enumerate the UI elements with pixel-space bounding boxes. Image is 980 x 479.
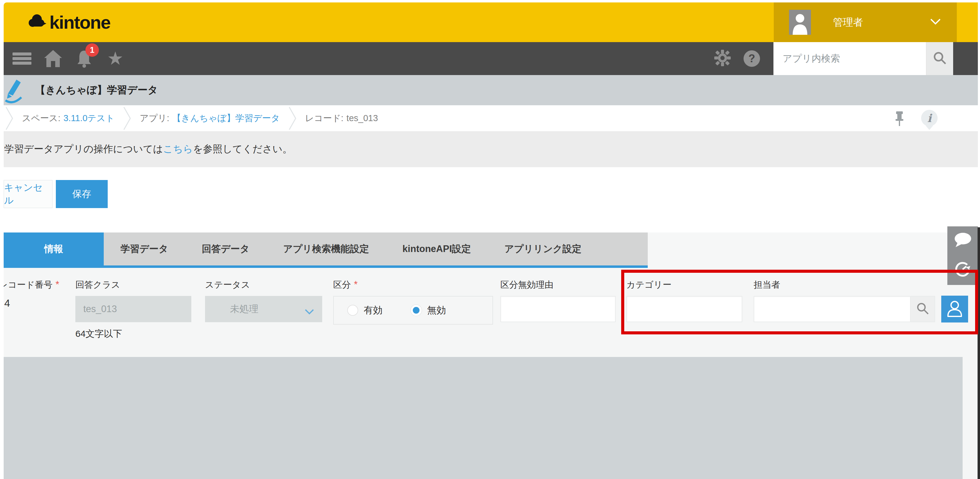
notice-bar: 学習データアプリの操作についてはこちらを参照してください。 [4, 131, 978, 167]
tab-info[interactable]: 情報 [4, 232, 104, 266]
global-nav-bar: 1 ★ ? [4, 42, 978, 75]
flag-reason-label: 区分無効理由 [500, 279, 554, 291]
save-button[interactable]: 保存 [56, 180, 108, 208]
status-label: ステータス [205, 279, 250, 291]
status-select: 未処理 [205, 296, 322, 322]
refresh-icon[interactable] [954, 261, 972, 280]
user-name: 管理者 [833, 16, 863, 29]
radio-circle-icon [347, 305, 358, 316]
assignee-input[interactable] [754, 296, 910, 322]
favorites-star-icon[interactable]: ★ [105, 49, 125, 68]
floating-side-panel [947, 226, 978, 285]
record-number-label: レコード番号* [4, 279, 59, 291]
hamburger-menu-icon[interactable] [12, 49, 32, 68]
app-title: 【きんちゃぼ】学習データ [35, 83, 158, 97]
answer-class-label: 回答クラス [75, 279, 120, 291]
nav-right-cluster: ? [714, 42, 953, 75]
assignee-search-button[interactable] [910, 296, 935, 322]
tab-app-search-settings[interactable]: アプリ検索機能設定 [266, 243, 386, 255]
breadcrumb-record-value: tes_013 [347, 113, 378, 123]
kintone-record-edit-screen: { "brand": { "logo_text": "kintone" }, "… [0, 0, 980, 479]
tab-strip: 学習データ 回答データ アプリ検索機能設定 kintoneAPI設定 アプリリン… [104, 232, 648, 266]
search-icon [932, 51, 947, 67]
breadcrumb-app-link[interactable]: 【きんちゃぼ】学習データ [172, 112, 280, 124]
notifications-bell-icon[interactable]: 1 [75, 49, 94, 68]
search-icon [916, 302, 929, 317]
tab-answer-data[interactable]: 回答データ [185, 243, 266, 255]
window-scrollbar-edge[interactable] [978, 227, 980, 479]
breadcrumb-chevron-icon [5, 106, 13, 130]
app-search-input[interactable] [773, 42, 926, 75]
radio-invalid-selected[interactable]: 無効 [410, 304, 446, 317]
nav-left-icons: 1 ★ [12, 42, 137, 75]
notice-text-after: を参照してください。 [193, 142, 292, 156]
kintone-logo[interactable]: kintone [27, 2, 110, 42]
help-icon[interactable]: ? [743, 50, 760, 67]
search-submit-button[interactable] [926, 42, 953, 75]
notification-badge: 1 [86, 43, 99, 57]
breadcrumb-space-prefix: スペース: [22, 112, 60, 124]
breadcrumb-app-prefix: アプリ: [140, 112, 169, 124]
tab-app-link-settings[interactable]: アプリリンク設定 [488, 243, 598, 255]
breadcrumb: スペース: 3.11.0テスト アプリ: 【きんちゃぼ】学習データ レコード: … [4, 105, 978, 131]
breadcrumb-chevron-icon [123, 106, 131, 130]
top-header-bar: kintone 管理者 [4, 2, 978, 42]
breadcrumb-record-prefix: レコード: [305, 112, 344, 124]
assignee-field-group [754, 296, 968, 323]
assignee-label: 担当者 [754, 279, 780, 291]
answer-class-input: tes_013 [75, 296, 191, 322]
record-number-value: 4 [4, 297, 10, 309]
comments-bubble-icon[interactable] [953, 232, 972, 249]
info-icon[interactable]: i [921, 110, 938, 126]
category-label: カテゴリー [626, 279, 671, 291]
pin-icon[interactable] [894, 111, 905, 129]
user-menu[interactable]: 管理者 [774, 2, 957, 42]
answer-class-hint: 64文字以下 [75, 328, 122, 340]
breadcrumb-space-link[interactable]: 3.11.0テスト [64, 112, 115, 124]
category-flag-radio-group: 有効 無効 [333, 296, 493, 325]
tab-learning-data[interactable]: 学習データ [104, 243, 185, 255]
app-search-box [773, 42, 953, 75]
chevron-down-icon [930, 18, 941, 26]
flag-reason-input[interactable] [500, 296, 616, 322]
record-form-panel: レコード番号* 4 回答クラス tes_013 64文字以下 ステータス 未処理… [4, 268, 978, 479]
category-input[interactable] [626, 296, 742, 322]
notice-text-before: 学習データアプリの操作については [4, 142, 163, 156]
record-tabs: 情報 学習データ 回答データ アプリ検索機能設定 kintoneAPI設定 アプ… [4, 232, 978, 268]
category-flag-label: 区分* [333, 279, 358, 291]
chevron-down-icon [304, 306, 314, 317]
kintone-logo-text: kintone [49, 12, 110, 33]
assignee-user-picker-button[interactable] [941, 296, 968, 323]
app-title-bar: 【きんちゃぼ】学習データ [4, 75, 978, 105]
user-avatar [789, 10, 811, 35]
kintone-cloud-icon [27, 13, 46, 32]
home-icon[interactable] [43, 49, 63, 68]
cancel-button[interactable]: キャンセル [4, 180, 52, 208]
radio-valid[interactable]: 有効 [347, 304, 383, 317]
settings-gear-icon[interactable] [714, 49, 731, 68]
notice-link[interactable]: こちら [163, 142, 193, 156]
tab-kintone-api-settings[interactable]: kintoneAPI設定 [386, 243, 488, 255]
status-value: 未処理 [230, 302, 258, 315]
breadcrumb-chevron-icon [289, 106, 297, 130]
empty-content-area [4, 357, 963, 479]
app-pencil-icon [4, 76, 22, 105]
radio-circle-icon [410, 305, 422, 316]
record-action-toolbar: キャンセル 保存 [4, 167, 978, 232]
person-icon [945, 299, 964, 320]
tab-active-underline [4, 266, 648, 268]
